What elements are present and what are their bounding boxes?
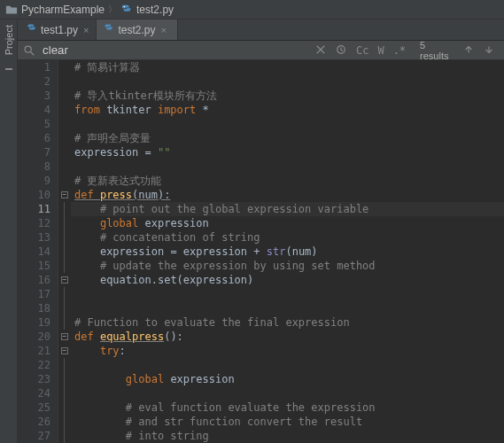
line-number: 24 — [18, 386, 58, 400]
fold-open-icon[interactable]: − — [61, 333, 68, 340]
prev-match-icon[interactable] — [463, 44, 475, 57]
breadcrumb-file[interactable]: test2.py — [136, 4, 174, 16]
line-number: 17 — [18, 287, 58, 301]
tab-test2[interactable]: test2.py × — [97, 19, 177, 40]
line-number: 20 — [18, 330, 58, 344]
code-line[interactable] — [71, 287, 504, 301]
code-line[interactable]: try: — [71, 344, 504, 358]
python-file-icon — [120, 4, 133, 16]
code-line[interactable] — [71, 74, 504, 89]
code-line[interactable]: expression = expression + str(num) — [71, 245, 504, 259]
line-number: 5 — [18, 117, 58, 131]
line-number: 18 — [18, 301, 58, 315]
minimize-icon[interactable] — [4, 64, 14, 74]
editor-tabs: test1.py × test2.py × — [0, 19, 504, 41]
code-line[interactable]: # and str function convert the result — [71, 415, 504, 429]
clear-search-icon[interactable] — [315, 44, 327, 57]
match-case-toggle[interactable]: Cc — [356, 44, 368, 57]
line-number: 15 — [18, 259, 58, 273]
python-file-icon — [104, 23, 114, 36]
code-line[interactable]: # point out the global expression variab… — [71, 202, 504, 216]
tool-window-sidebar: Project — [0, 19, 18, 443]
next-match-icon[interactable] — [484, 44, 495, 57]
code-line[interactable] — [71, 358, 504, 372]
fold-open-icon[interactable]: − — [61, 191, 68, 198]
code-line[interactable] — [71, 159, 504, 174]
line-number: 26 — [18, 415, 58, 429]
svg-rect-1 — [5, 68, 12, 70]
code-line[interactable]: def equalpress(): — [71, 330, 504, 344]
line-number: 4 — [18, 103, 58, 117]
line-number: 9 — [18, 174, 58, 188]
code-line[interactable]: # Function to evaluate the final express… — [71, 315, 504, 330]
line-number: 19 — [18, 315, 58, 330]
line-number: 25 — [18, 400, 58, 415]
fold-column: −−−− — [58, 60, 71, 443]
line-number-gutter: 1234567891011121314151617181920212223242… — [18, 60, 58, 443]
line-number: 7 — [18, 145, 58, 159]
line-number: 3 — [18, 89, 58, 103]
chevron-right-icon: 〉 — [108, 4, 117, 16]
code-line[interactable]: global expression — [71, 372, 504, 386]
code-line[interactable] — [71, 117, 504, 131]
results-count: 5 results — [420, 40, 454, 61]
code-line[interactable]: equation.set(expression) — [71, 273, 504, 287]
code-line[interactable] — [71, 301, 504, 315]
line-number: 1 — [18, 60, 58, 74]
regex-toggle[interactable]: .* — [393, 44, 406, 57]
code-content[interactable]: # 简易计算器 # 导入tkinter模块所有方法from tkinter im… — [71, 60, 504, 443]
search-history-icon[interactable] — [336, 44, 347, 57]
fold-open-icon[interactable]: − — [61, 347, 68, 354]
svg-line-3 — [31, 51, 35, 55]
close-icon[interactable]: × — [83, 25, 89, 35]
code-line[interactable]: # concatenation of string — [71, 230, 504, 245]
words-toggle[interactable]: W — [377, 44, 384, 57]
fold-close-icon[interactable]: − — [61, 276, 68, 284]
tab-test1[interactable]: test1.py × — [19, 19, 97, 40]
folder-icon — [5, 4, 18, 16]
code-line[interactable]: # 简易计算器 — [71, 60, 504, 74]
line-number: 12 — [18, 216, 58, 230]
svg-point-2 — [25, 46, 31, 52]
code-line[interactable]: def press(num): — [71, 188, 504, 202]
code-line[interactable]: from tkinter import * — [71, 103, 504, 117]
line-number: 8 — [18, 159, 58, 174]
python-file-icon — [27, 23, 37, 36]
line-number: 14 — [18, 245, 58, 259]
breadcrumb: PycharmExample 〉 test2.py — [0, 0, 504, 19]
code-line[interactable] — [71, 386, 504, 400]
search-input[interactable] — [43, 43, 308, 57]
code-line[interactable]: # 更新表达式功能 — [71, 174, 504, 188]
line-number: 21 — [18, 344, 58, 358]
line-number: 11 — [18, 202, 58, 216]
tab-label: test1.py — [41, 24, 78, 36]
code-line[interactable]: expression = "" — [71, 145, 504, 159]
code-line[interactable]: # eval function evaluate the expression — [71, 400, 504, 415]
line-number: 16 — [18, 273, 58, 287]
line-number: 22 — [18, 358, 58, 372]
line-number: 13 — [18, 230, 58, 245]
code-line[interactable]: # update the expression by using set met… — [71, 259, 504, 273]
close-icon[interactable]: × — [161, 25, 167, 35]
tab-label: test2.py — [118, 24, 155, 36]
line-number: 2 — [18, 74, 58, 89]
find-toolbar: Cc W .* 5 results — [18, 41, 504, 60]
svg-point-0 — [124, 5, 125, 6]
project-tool-tab[interactable]: Project — [4, 25, 14, 55]
code-line[interactable]: # 声明全局变量 — [71, 131, 504, 145]
line-number: 10 — [18, 188, 58, 202]
line-number: 6 — [18, 131, 58, 145]
code-line[interactable]: global expression — [71, 216, 504, 230]
code-line[interactable]: # into string — [71, 429, 504, 443]
code-line[interactable]: # 导入tkinter模块所有方法 — [71, 89, 504, 103]
search-icon[interactable] — [23, 44, 35, 57]
line-number: 27 — [18, 429, 58, 443]
editor-area[interactable]: 1234567891011121314151617181920212223242… — [18, 60, 504, 443]
breadcrumb-project[interactable]: PycharmExample — [21, 4, 105, 16]
line-number: 23 — [18, 372, 58, 386]
